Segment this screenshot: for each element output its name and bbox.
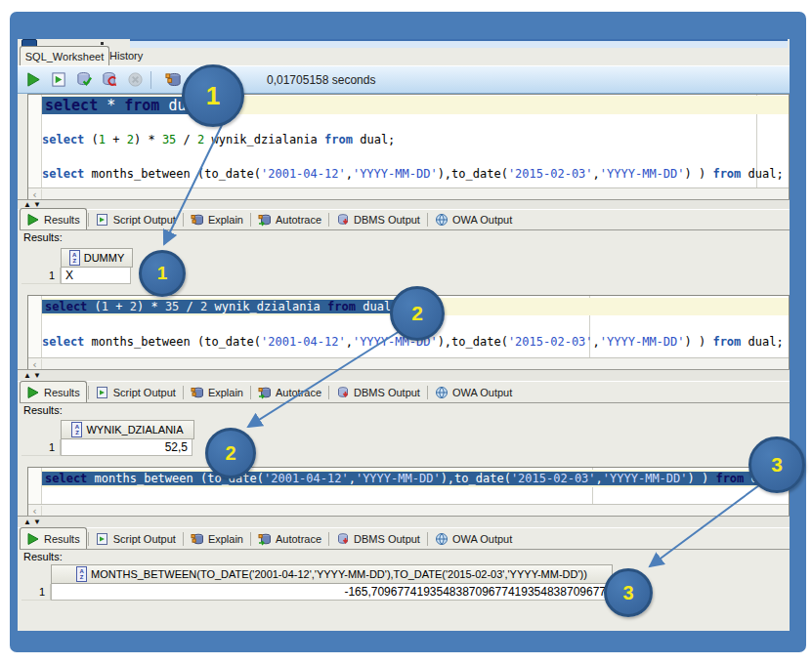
value-cell[interactable]: 52,5 <box>61 439 192 456</box>
tab-autotrace[interactable]: Autotrace <box>252 383 327 402</box>
sort-az-icon: AZ <box>71 422 82 437</box>
owa-output-icon <box>435 213 449 227</box>
autotrace-icon <box>258 532 272 546</box>
code-token: '2015-02-03' <box>508 335 593 349</box>
callout-number: 1 <box>206 81 220 111</box>
tab-explain[interactable]: Explain <box>185 210 249 229</box>
code-editor-1[interactable]: select * from dual;select (1 + 2) * 35 /… <box>27 94 790 201</box>
tab-owa-output[interactable]: OWA Output <box>429 383 518 402</box>
tab-label: Explain <box>208 533 243 545</box>
code-token: select <box>42 335 84 349</box>
code-token: ) * <box>134 133 162 146</box>
tab-owa-output[interactable]: OWA Output <box>429 529 518 549</box>
callout-number: 2 <box>411 302 423 325</box>
tab-results[interactable]: Results <box>20 381 87 402</box>
tab-dbms-output[interactable]: DBMS Output <box>330 529 426 549</box>
tab-autotrace[interactable]: Autotrace <box>252 210 327 229</box>
results-tabbar-3: ResultsScript OutputExplainAutotraceDBMS… <box>20 527 790 550</box>
tab-script-output[interactable]: Script Output <box>90 383 182 402</box>
tab-separator <box>88 532 89 546</box>
tab-explain[interactable]: Explain <box>185 383 249 402</box>
code-token: , <box>346 335 353 349</box>
tab-script-output[interactable]: Script Output <box>90 529 182 549</box>
tab-dbms-output[interactable]: DBMS Output <box>330 210 426 229</box>
tab-results[interactable]: Results <box>20 208 87 229</box>
splitter-collapse-icons[interactable]: ▲▼ <box>23 372 43 380</box>
screenshot-page: SQL_Worksheet History 0,01705158 seconds… <box>0 0 812 664</box>
row-number-cell[interactable]: 1 <box>21 584 51 601</box>
script-output-icon <box>96 386 109 399</box>
grid-data-row: 1-165,7096774193548387096774193548387096… <box>21 584 613 601</box>
callout-3-target: 3 <box>604 568 653 617</box>
grid-corner-cell <box>21 248 61 268</box>
tab-label: OWA Output <box>452 214 512 226</box>
code-token: wynik_dzialania <box>204 133 324 146</box>
callout-number: 2 <box>225 442 235 465</box>
code-token: from <box>712 167 741 181</box>
tab-history[interactable]: History <box>109 46 143 65</box>
code-line: select (1 + 2) * 35 / 2 wynik_dzialania … <box>42 131 789 147</box>
tab-owa-output[interactable]: OWA Output <box>429 210 518 229</box>
row-number-cell[interactable]: 1 <box>21 268 61 284</box>
tab-results[interactable]: Results <box>20 527 87 549</box>
dbms-output-icon <box>336 532 350 546</box>
run-script-button[interactable] <box>49 70 68 90</box>
value-cell[interactable]: X <box>61 268 131 284</box>
callout-number: 3 <box>771 453 783 477</box>
explain-plan-button[interactable] <box>163 70 183 90</box>
dbms-output-icon <box>336 213 350 227</box>
toolbar-buttons <box>18 70 208 90</box>
editor-gutter <box>28 95 42 187</box>
column-header[interactable]: AZDUMMY <box>61 248 133 268</box>
tab-label: OWA Output <box>452 533 512 545</box>
splitter-collapse-icons[interactable]: ▲▼ <box>23 519 43 526</box>
code-token: 1 <box>99 133 106 146</box>
commit-button[interactable] <box>74 70 94 90</box>
tab-script-output[interactable]: Script Output <box>90 210 182 229</box>
window-fragment-strip <box>130 39 788 48</box>
tab-separator <box>427 213 428 227</box>
code-token: , <box>593 167 600 181</box>
tab-separator <box>328 213 329 227</box>
code-token: , <box>349 472 356 485</box>
row-number-cell[interactable]: 1 <box>21 439 61 456</box>
tab-separator <box>250 532 251 546</box>
autotrace-icon <box>258 386 272 399</box>
callout-1-target: 1 <box>139 250 186 297</box>
tab-label: Explain <box>208 387 243 398</box>
run-statement-button[interactable] <box>23 70 43 90</box>
code-token: dual; <box>741 335 783 349</box>
code-token: 2 <box>130 300 137 313</box>
code-token: 'YYYY-MM-DD' <box>600 167 685 181</box>
code-token: 'YYYY-MM-DD' <box>603 472 688 485</box>
code-token: select <box>45 97 98 114</box>
toolbar-separator <box>150 71 151 89</box>
code-editor-3[interactable]: select months_between (to_date('2001-04-… <box>27 467 790 518</box>
column-header[interactable]: AZWYNIK_DZIALANIA <box>61 420 194 439</box>
column-header[interactable]: AZMONTHS_BETWEEN(TO_DATE('2001-04-12','Y… <box>51 564 613 584</box>
results-panel-label: Results: <box>23 551 63 562</box>
tab-separator <box>328 532 329 546</box>
scroll-left-icon[interactable]: ‹ <box>28 189 42 200</box>
tab-label: DBMS Output <box>354 387 420 398</box>
callout-2-source: 2 <box>390 286 445 341</box>
code-token: from <box>324 133 353 146</box>
scroll-left-icon[interactable]: ‹ <box>28 359 42 370</box>
tab-label: DBMS Output <box>354 533 420 545</box>
code-token: ( <box>84 133 98 146</box>
explain-icon <box>191 213 204 227</box>
owa-output-icon <box>435 386 449 399</box>
tab-dbms-output[interactable]: DBMS Output <box>330 383 426 402</box>
code-token: ),to_date( <box>438 167 508 181</box>
value-cell[interactable]: -165,70967741935483870967741935483870967… <box>51 584 611 601</box>
scroll-left-icon[interactable]: ‹ <box>28 506 42 517</box>
code-line-blank <box>42 147 789 164</box>
worksheet-toolbar: 0,01705158 seconds <box>18 65 790 94</box>
window-fragment-dot <box>101 42 104 45</box>
tab-explain[interactable]: Explain <box>185 529 249 549</box>
tab-sql-worksheet[interactable]: SQL_Worksheet <box>20 46 109 66</box>
tab-label: Script Output <box>113 533 176 545</box>
dbcubes-icon <box>165 71 182 88</box>
rollback-button[interactable] <box>100 70 119 90</box>
tab-autotrace[interactable]: Autotrace <box>252 529 327 549</box>
